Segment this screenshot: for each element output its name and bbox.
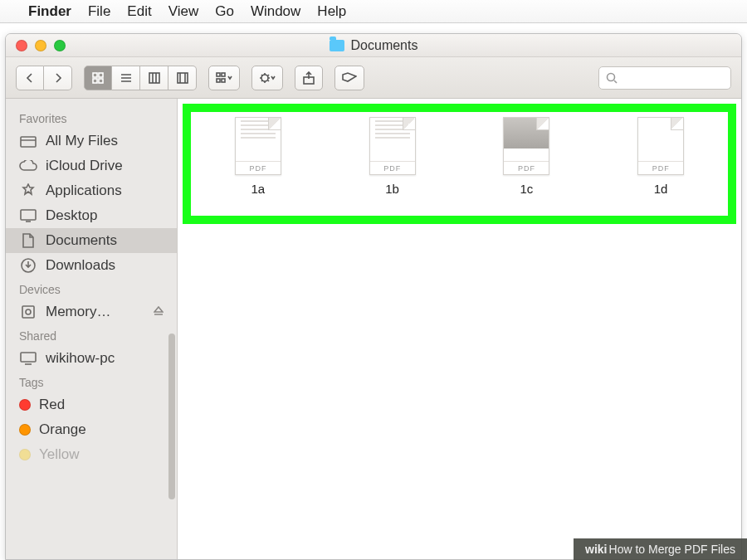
sidebar-item-label: Downloads [46, 257, 115, 274]
share-group [295, 66, 323, 90]
menubar-item-window[interactable]: Window [251, 3, 300, 20]
minimize-window-button[interactable] [35, 40, 46, 51]
all-my-files-icon [19, 134, 37, 149]
file-name: 1a [251, 182, 266, 196]
applications-icon [19, 183, 37, 198]
downloads-icon [19, 258, 37, 273]
shared-computer-icon [19, 351, 37, 366]
pdf-thumbnail-icon: PDF [503, 117, 549, 175]
menubar-item-go[interactable]: Go [215, 3, 234, 20]
sidebar-item-applications[interactable]: Applications [6, 178, 177, 203]
eject-icon[interactable] [154, 304, 164, 320]
sidebar-item-label: Red [39, 397, 65, 413]
nav-buttons [16, 66, 72, 90]
share-button[interactable] [295, 66, 323, 90]
sidebar-tag-red[interactable]: Red [6, 392, 177, 417]
sidebar-item-label: Applications [46, 183, 122, 199]
sidebar-section-shared: Shared [6, 324, 177, 346]
caption-brand: wiki [585, 543, 607, 556]
sidebar-section-favorites: Favorites [6, 107, 177, 129]
finder-content: PDF 1a PDF 1b PDF 1c [178, 99, 741, 559]
svg-rect-9 [222, 79, 225, 82]
svg-rect-2 [93, 79, 97, 83]
file-item[interactable]: PDF 1a [235, 117, 281, 196]
sidebar-item-label: Desktop [46, 207, 97, 224]
window-titlebar: Documents [6, 34, 741, 57]
view-mode-buttons [84, 66, 197, 90]
search-field[interactable] [598, 66, 731, 90]
system-menubar: Finder File Edit View Go Window Help [0, 0, 747, 23]
tag-dot-icon [19, 449, 31, 460]
menubar-item-help[interactable]: Help [317, 3, 346, 20]
sidebar-tag-yellow[interactable]: Yellow [6, 442, 177, 467]
edit-tags-button[interactable] [334, 66, 364, 90]
finder-window: Documents [5, 33, 742, 560]
svg-rect-14 [21, 210, 36, 220]
sidebar-section-devices: Devices [6, 278, 177, 299]
traffic-lights [16, 40, 66, 51]
sidebar-item-wikihow-pc[interactable]: wikihow-pc [6, 346, 177, 371]
sidebar-item-icloud-drive[interactable]: iCloud Drive [6, 153, 177, 178]
list-view-button[interactable] [112, 66, 140, 90]
action-button[interactable] [251, 66, 283, 90]
sidebar-item-desktop[interactable]: Desktop [6, 203, 177, 228]
svg-rect-4 [149, 73, 159, 83]
sidebar-item-documents[interactable]: Documents [6, 228, 177, 253]
sidebar-item-label: wikihow-pc [46, 350, 115, 367]
svg-rect-7 [217, 79, 220, 82]
action-group [251, 66, 283, 90]
svg-rect-5 [178, 73, 188, 83]
menubar-item-edit[interactable]: Edit [127, 3, 151, 20]
instruction-highlight: PDF 1a PDF 1b PDF 1c [183, 104, 736, 224]
icloud-icon [19, 158, 37, 173]
sidebar-item-memory[interactable]: Memory… [6, 299, 177, 324]
sidebar-scrollbar[interactable] [168, 99, 175, 559]
close-window-button[interactable] [16, 40, 27, 51]
file-item[interactable]: PDF 1c [503, 117, 549, 196]
finder-sidebar: Favorites All My Files iCloud Drive Appl… [6, 99, 178, 559]
pdf-thumbnail-icon: PDF [235, 117, 281, 175]
search-icon [606, 72, 618, 84]
menubar-item-file[interactable]: File [88, 3, 110, 20]
tags-group [334, 66, 364, 90]
column-view-button[interactable] [140, 66, 168, 90]
coverflow-view-button[interactable] [168, 66, 197, 90]
forward-button[interactable] [44, 66, 72, 90]
svg-point-17 [26, 309, 31, 314]
folder-icon [330, 40, 344, 51]
tag-dot-icon [19, 399, 31, 411]
svg-rect-0 [93, 73, 97, 77]
tag-dot-icon [19, 424, 31, 436]
pdf-thumbnail-icon: PDF [637, 117, 684, 175]
icon-view-button[interactable] [84, 66, 112, 90]
file-item[interactable]: PDF 1b [369, 117, 416, 196]
file-name: 1b [385, 182, 399, 196]
sidebar-section-tags: Tags [6, 371, 177, 392]
svg-rect-18 [21, 353, 36, 362]
sidebar-item-label: Yellow [39, 446, 80, 463]
arrange-group [208, 66, 240, 90]
desktop-icon [19, 208, 37, 223]
svg-point-12 [608, 73, 615, 80]
svg-rect-13 [21, 137, 36, 147]
svg-rect-6 [217, 73, 220, 76]
finder-toolbar [6, 57, 741, 99]
back-button[interactable] [16, 66, 44, 90]
file-item[interactable]: PDF 1d [637, 117, 684, 196]
sidebar-tag-orange[interactable]: Orange [6, 417, 177, 442]
caption-text: How to Merge PDF Files [609, 543, 735, 556]
tutorial-caption: wiki How to Merge PDF Files [574, 538, 747, 560]
menubar-item-view[interactable]: View [168, 3, 199, 20]
pdf-thumbnail-icon: PDF [369, 117, 416, 175]
sidebar-item-downloads[interactable]: Downloads [6, 253, 177, 278]
svg-rect-1 [99, 73, 103, 77]
sidebar-item-label: Orange [39, 421, 86, 438]
sidebar-item-all-my-files[interactable]: All My Files [6, 129, 177, 153]
drive-icon [19, 304, 37, 319]
svg-rect-16 [22, 306, 34, 318]
arrange-button[interactable] [208, 66, 240, 90]
svg-rect-8 [222, 73, 225, 76]
zoom-window-button[interactable] [54, 40, 66, 51]
menubar-app-name[interactable]: Finder [28, 3, 71, 20]
file-name: 1d [654, 182, 668, 196]
